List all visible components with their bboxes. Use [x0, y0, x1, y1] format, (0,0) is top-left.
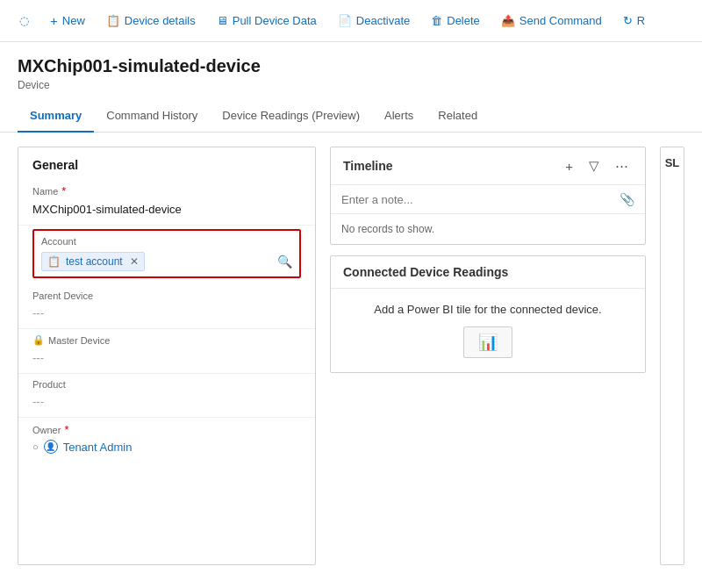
tab-related[interactable]: Related	[426, 100, 490, 133]
account-chip-icon: 📋	[47, 255, 61, 268]
back-button[interactable]: ◌	[11, 9, 38, 32]
main-content: General Name * MXChip001-simulated-devic…	[0, 133, 702, 579]
general-section-header: General	[18, 147, 315, 179]
power-bi-button[interactable]: 📊	[463, 326, 512, 358]
parent-device-label: Parent Device	[32, 290, 301, 301]
pull-device-data-button[interactable]: 🖥 Pull Device Data	[208, 9, 326, 32]
timeline-add-button[interactable]: +	[561, 157, 577, 176]
parent-device-value: ---	[32, 305, 301, 323]
device-details-icon: 📋	[106, 14, 120, 27]
connected-readings-body: Add a Power BI tile for the connected de…	[331, 289, 645, 372]
timeline-empty-message: No records to show.	[331, 214, 645, 244]
pull-data-icon: 🖥	[217, 14, 228, 27]
owner-avatar: 👤	[44, 440, 58, 454]
connected-device-readings-panel: Connected Device Readings Add a Power BI…	[330, 255, 646, 373]
product-field-row: Product ---	[18, 374, 315, 418]
owner-circle-icon: ○	[32, 441, 39, 452]
owner-value[interactable]: ○ 👤 Tenant Admin	[32, 440, 301, 454]
tab-command-history[interactable]: Command History	[94, 100, 210, 133]
sl-panel: SL	[660, 147, 684, 565]
timeline-add-icon: +	[565, 159, 573, 174]
timeline-filter-button[interactable]: ▽	[584, 156, 604, 176]
master-device-label: 🔒 Master Device	[32, 334, 301, 346]
page-subtitle: Device	[18, 79, 684, 91]
master-device-value: ---	[32, 349, 301, 368]
account-chip-text: test account	[66, 255, 123, 268]
timeline-input-area: 📎	[331, 185, 645, 214]
delete-icon: 🗑	[431, 14, 442, 27]
owner-field-row: Owner * ○ 👤 Tenant Admin	[18, 418, 315, 463]
send-command-button[interactable]: 📤 Send Command	[492, 9, 611, 32]
name-field-row: Name * MXChip001-simulated-device	[18, 179, 315, 226]
tab-summary[interactable]: Summary	[18, 100, 94, 133]
timeline-more-icon: ⋯	[615, 158, 628, 173]
tab-device-readings[interactable]: Device Readings (Preview)	[210, 100, 372, 133]
timeline-actions: + ▽ ⋯	[561, 156, 633, 176]
back-icon: ◌	[19, 14, 29, 27]
owner-required-indicator: *	[64, 423, 68, 436]
name-label: Name *	[32, 184, 301, 197]
account-field-wrapper: Account 📋 test account ✕ 🔍	[32, 229, 301, 278]
product-label: Product	[32, 379, 301, 390]
account-search-icon[interactable]: 🔍	[277, 255, 292, 269]
power-bi-icon: 📊	[478, 333, 498, 352]
connected-readings-title: Connected Device Readings	[331, 256, 645, 289]
timeline-more-button[interactable]: ⋯	[611, 156, 633, 176]
deactivate-icon: 📄	[338, 14, 352, 27]
timeline-note-input[interactable]	[341, 193, 620, 206]
account-chip[interactable]: 📋 test account ✕	[41, 252, 145, 271]
timeline-filter-icon: ▽	[589, 158, 599, 173]
delete-button[interactable]: 🗑 Delete	[422, 9, 489, 32]
tabs-bar: Summary Command History Device Readings …	[0, 100, 702, 133]
page-header: MXChip001-simulated-device Device	[0, 42, 702, 91]
tab-alerts[interactable]: Alerts	[372, 100, 426, 133]
send-command-icon: 📤	[501, 14, 515, 27]
product-value: ---	[32, 393, 301, 412]
general-panel: General Name * MXChip001-simulated-devic…	[18, 147, 316, 565]
parent-device-field-row: Parent Device ---	[18, 285, 315, 329]
new-button[interactable]: + New	[41, 8, 94, 33]
attachment-icon: 📎	[620, 192, 634, 206]
toolbar: ◌ + New 📋 Device details 🖥 Pull Device D…	[0, 0, 702, 42]
lock-icon: 🔒	[32, 334, 45, 346]
account-label: Account	[41, 236, 292, 247]
timeline-panel: Timeline + ▽ ⋯ 📎 No records to show	[330, 147, 646, 245]
account-chip-remove-button[interactable]: ✕	[130, 255, 139, 268]
timeline-header: Timeline + ▽ ⋯	[331, 147, 645, 185]
deactivate-button[interactable]: 📄 Deactivate	[329, 9, 419, 32]
refresh-icon: ↻	[623, 14, 633, 27]
refresh-button[interactable]: ↻ R	[614, 9, 654, 32]
plus-icon: +	[50, 13, 58, 28]
page-title: MXChip001-simulated-device	[18, 54, 684, 77]
connected-readings-description: Add a Power BI tile for the connected de…	[343, 303, 633, 316]
sl-panel-header: SL	[661, 147, 684, 178]
device-details-button[interactable]: 📋 Device details	[97, 9, 204, 32]
name-value: MXChip001-simulated-device	[32, 201, 301, 219]
right-panels: Timeline + ▽ ⋯ 📎 No records to show	[330, 147, 646, 565]
master-device-field-row: 🔒 Master Device ---	[18, 329, 315, 374]
name-required-indicator: *	[61, 184, 66, 197]
owner-label: Owner *	[32, 423, 301, 436]
timeline-title: Timeline	[343, 159, 561, 173]
